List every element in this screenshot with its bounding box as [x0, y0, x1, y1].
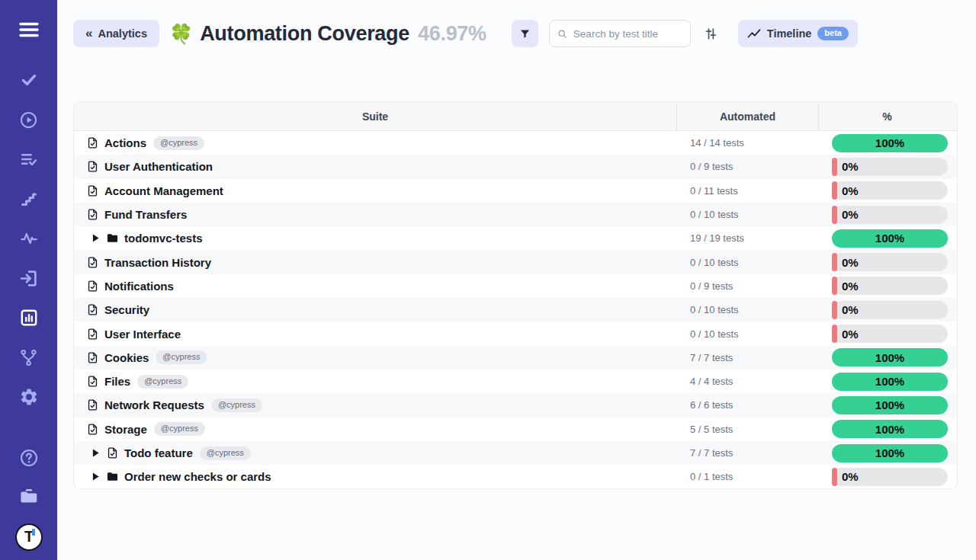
- sliders-button[interactable]: [703, 26, 718, 41]
- percent-cell: 100%: [818, 396, 955, 414]
- clover-emoji-icon: 🍀: [169, 24, 193, 43]
- file-check-icon: [86, 423, 99, 436]
- menu-icon[interactable]: [18, 19, 40, 40]
- suite-name: User Interface: [104, 328, 181, 341]
- percent-cell: 0%: [818, 468, 955, 486]
- table-row[interactable]: Account Management 0 / 11 tests 0%: [74, 179, 957, 203]
- percent-cell: 100%: [818, 134, 955, 152]
- progress-bar-label: 0%: [842, 256, 859, 269]
- file-check-icon: [86, 208, 99, 221]
- list-checks-icon[interactable]: [18, 149, 40, 170]
- suite-cell: Todo feature @cypress: [74, 446, 676, 460]
- table-row[interactable]: Fund Transfers 0 / 10 tests 0%: [74, 203, 957, 226]
- table-row[interactable]: User Interface 0 / 10 tests 0%: [74, 322, 957, 345]
- steps-icon[interactable]: [18, 188, 40, 210]
- automated-count: 4 / 4 tests: [676, 376, 818, 387]
- suite-cell: Account Management: [74, 184, 676, 197]
- suite-cell: Transaction History: [74, 256, 676, 269]
- progress-bar: 0%: [832, 253, 948, 271]
- caret-right-icon[interactable]: [92, 449, 99, 457]
- back-chevrons-icon: «: [85, 27, 92, 40]
- suite-name: todomvc-tests: [124, 232, 203, 245]
- progress-bar-label: 100%: [875, 375, 904, 388]
- search-input[interactable]: [573, 28, 682, 40]
- logo[interactable]: T: [15, 523, 43, 551]
- file-check-icon: [86, 280, 99, 293]
- file-check-icon: [86, 328, 99, 341]
- progress-bar-fill: [832, 253, 837, 271]
- automated-count: 5 / 5 tests: [676, 424, 818, 435]
- table-row[interactable]: Order new checks or cards 0 / 1 tests 0%: [74, 465, 957, 488]
- column-header-percent: %: [818, 102, 955, 130]
- table-row[interactable]: todomvc-tests 19 / 19 tests 100%: [74, 226, 957, 250]
- play-circle-icon[interactable]: [18, 109, 40, 130]
- suite-cell: Actions @cypress: [74, 136, 676, 150]
- help-icon[interactable]: [18, 447, 40, 469]
- suite-cell: User Authentication: [74, 160, 676, 173]
- table-row[interactable]: User Authentication 0 / 9 tests 0%: [74, 155, 957, 178]
- automated-count: 0 / 10 tests: [676, 328, 818, 340]
- automated-count: 14 / 14 tests: [676, 137, 818, 149]
- topbar: « Analytics 🍀 Automation Coverage 46.97%…: [73, 20, 958, 47]
- suite-tag: @cypress: [154, 422, 205, 436]
- file-check-icon: [86, 303, 99, 316]
- table-row[interactable]: Network Requests @cypress 6 / 6 tests 10…: [74, 393, 957, 417]
- table-row[interactable]: Transaction History 0 / 10 tests 0%: [74, 250, 957, 274]
- progress-bar-label: 0%: [842, 208, 859, 221]
- back-analytics-button[interactable]: « Analytics: [73, 20, 159, 47]
- filter-button[interactable]: [512, 20, 538, 47]
- caret-right-icon[interactable]: [92, 472, 99, 481]
- coverage-table: Suite Automated % Actions @cypress 14 / …: [73, 101, 958, 489]
- git-branch-icon[interactable]: [18, 347, 40, 368]
- automated-count: 0 / 9 tests: [676, 280, 818, 292]
- percent-cell: 0%: [818, 301, 955, 319]
- progress-bar-label: 0%: [842, 160, 859, 173]
- suite-tag: @cypress: [137, 375, 188, 389]
- table-row[interactable]: Notifications 0 / 9 tests 0%: [74, 274, 957, 298]
- suite-cell: Notifications: [74, 280, 676, 293]
- check-icon[interactable]: [18, 69, 40, 91]
- suite-name: Files: [104, 375, 130, 388]
- progress-bar: 100%: [832, 444, 948, 462]
- timeline-button[interactable]: Timeline beta: [738, 20, 858, 47]
- suite-cell: Order new checks or cards: [74, 470, 676, 483]
- table-row[interactable]: Storage @cypress 5 / 5 tests 100%: [74, 418, 957, 441]
- folder-icon: [106, 232, 119, 245]
- suite-tag: @cypress: [156, 350, 207, 364]
- progress-bar-label: 0%: [842, 184, 859, 197]
- table-row[interactable]: Todo feature @cypress 7 / 7 tests 100%: [74, 441, 957, 465]
- progress-bar-label: 0%: [842, 470, 859, 483]
- progress-bar-fill: [832, 277, 837, 295]
- suite-cell: User Interface: [74, 328, 676, 341]
- caret-right-icon[interactable]: [92, 234, 99, 242]
- suite-name: Transaction History: [104, 256, 211, 269]
- progress-bar: 100%: [832, 373, 948, 391]
- suite-cell: Network Requests @cypress: [74, 398, 676, 412]
- table-row[interactable]: Cookies @cypress 7 / 7 tests 100%: [74, 346, 957, 370]
- page-title: Automation Coverage: [200, 22, 409, 46]
- folders-icon[interactable]: [18, 485, 40, 507]
- activity-icon[interactable]: [18, 228, 40, 249]
- gear-icon[interactable]: [18, 386, 40, 408]
- suite-cell: Security: [74, 303, 676, 316]
- progress-bar-label: 0%: [842, 280, 859, 293]
- progress-bar-fill: [832, 158, 837, 176]
- progress-bar-label: 100%: [875, 446, 904, 459]
- bar-chart-icon[interactable]: [18, 307, 40, 328]
- progress-bar-label: 100%: [875, 398, 904, 411]
- progress-bar: 0%: [832, 468, 948, 486]
- suite-name: Cookies: [104, 351, 149, 364]
- suite-name: Order new checks or cards: [124, 470, 271, 483]
- timeline-label: Timeline: [767, 27, 812, 40]
- automated-count: 0 / 11 tests: [676, 185, 818, 197]
- funnel-icon: [519, 28, 531, 40]
- table-row[interactable]: Actions @cypress 14 / 14 tests 100%: [74, 131, 957, 155]
- percent-cell: 0%: [818, 158, 955, 176]
- table-row[interactable]: Security 0 / 10 tests 0%: [74, 298, 957, 322]
- sign-in-icon[interactable]: [18, 267, 40, 289]
- suite-tag: @cypress: [153, 136, 204, 150]
- file-check-icon: [106, 446, 119, 459]
- suite-cell: todomvc-tests: [74, 232, 676, 245]
- column-header-automated: Automated: [676, 102, 818, 130]
- table-row[interactable]: Files @cypress 4 / 4 tests 100%: [74, 370, 957, 393]
